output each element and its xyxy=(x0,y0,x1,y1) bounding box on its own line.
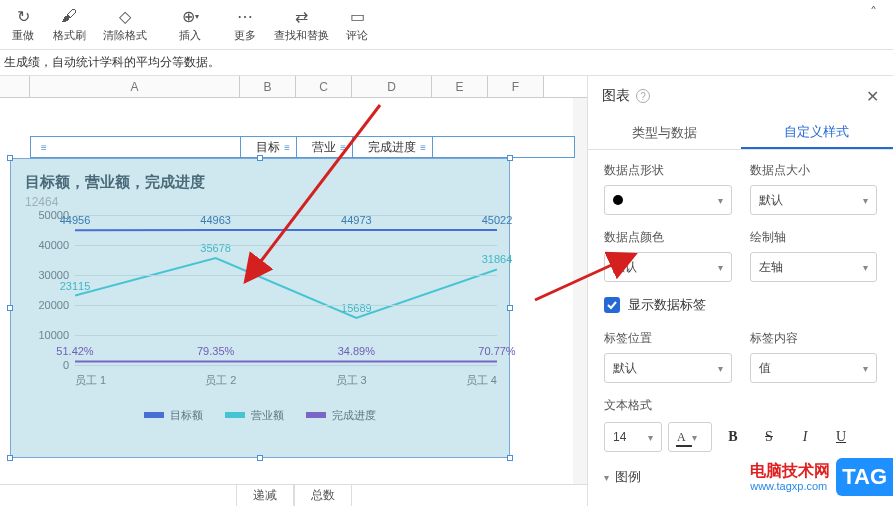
table-header-progress[interactable]: 完成进度≡ xyxy=(353,137,433,157)
gridline xyxy=(75,365,497,366)
chevron-up-icon: ˄ xyxy=(870,4,877,20)
filter-icon[interactable]: ≡ xyxy=(420,142,426,153)
strikethrough-button[interactable]: S xyxy=(754,422,784,452)
legend-label: 完成进度 xyxy=(332,408,376,423)
legend-item[interactable]: 目标额 xyxy=(144,408,203,423)
resize-handle[interactable] xyxy=(7,455,13,461)
color-bar xyxy=(676,445,692,447)
chevron-down-icon: ▾ xyxy=(863,262,868,273)
tab-custom-style[interactable]: 自定义样式 xyxy=(741,116,894,149)
col-A[interactable]: A xyxy=(30,76,240,97)
comment-icon: ▭ xyxy=(350,6,365,26)
x-tick: 员工 1 xyxy=(75,373,106,389)
find-replace-button[interactable]: ⇄查找和替换 xyxy=(268,4,334,45)
resize-handle[interactable] xyxy=(7,305,13,311)
chevron-down-icon: ▾ xyxy=(718,195,723,206)
insert-button[interactable]: ⊕▾插入 xyxy=(167,4,213,45)
label-axis: 绘制轴 xyxy=(750,229,878,246)
col-B[interactable]: B xyxy=(240,76,296,97)
col-F[interactable]: F xyxy=(488,76,544,97)
legend-item[interactable]: 完成进度 xyxy=(306,408,376,423)
select-point-size[interactable]: 默认▾ xyxy=(750,185,878,215)
dots-icon: ⋯ xyxy=(237,6,253,26)
chart-title[interactable]: 目标额，营业额，完成进度 xyxy=(25,173,205,192)
redo-icon: ↻ xyxy=(17,6,30,26)
filter-icon[interactable]: ≡ xyxy=(284,142,290,153)
watermark-line2: www.tagxp.com xyxy=(750,480,830,492)
collapse-ribbon-button[interactable]: ˄ xyxy=(853,4,893,20)
clear-format-label: 清除格式 xyxy=(103,28,147,43)
chevron-down-icon: ▾ xyxy=(718,363,723,374)
label-point-shape: 数据点形状 xyxy=(604,162,732,179)
col-E[interactable]: E xyxy=(432,76,488,97)
x-axis: 员工 1员工 2员工 3员工 4 xyxy=(75,373,497,389)
italic-button[interactable]: I xyxy=(790,422,820,452)
brush-icon: 🖌 xyxy=(61,6,77,26)
chart-subtitle[interactable]: 12464 xyxy=(25,195,58,209)
underline-button[interactable]: U xyxy=(826,422,856,452)
watermark: 电脑技术网 www.tagxp.com TAG xyxy=(750,458,893,496)
legend-item[interactable]: 营业额 xyxy=(225,408,284,423)
select-point-shape[interactable]: ▾ xyxy=(604,185,732,215)
select-label-content[interactable]: 值▾ xyxy=(750,353,878,383)
select-label-pos[interactable]: 默认▾ xyxy=(604,353,732,383)
chart-side-panel: 图表 ? ✕ 类型与数据 自定义样式 数据点形状 ▾ 数据点大小 默认▾ 数据点 xyxy=(587,76,893,506)
resize-handle[interactable] xyxy=(7,155,13,161)
sheet-tab-desc[interactable]: 递减 xyxy=(236,485,294,506)
redo-button[interactable]: ↻重做 xyxy=(0,4,46,45)
resize-handle[interactable] xyxy=(507,455,513,461)
resize-handle[interactable] xyxy=(257,455,263,461)
clear-format-button[interactable]: ◇清除格式 xyxy=(92,4,158,45)
select-value: 默认 xyxy=(613,259,637,276)
select-all-corner[interactable] xyxy=(0,76,30,97)
check-icon xyxy=(607,300,617,310)
x-tick: 员工 3 xyxy=(336,373,367,389)
plot-area: 01000020000300004000050000 4495644963449… xyxy=(25,215,497,365)
resize-handle[interactable] xyxy=(257,155,263,161)
sheet-tabs: 递减 总数 xyxy=(0,484,587,506)
legend-swatch xyxy=(306,412,326,418)
gridline xyxy=(75,245,497,246)
vertical-scrollbar[interactable] xyxy=(573,98,587,484)
x-tick: 员工 2 xyxy=(205,373,236,389)
select-font-color[interactable]: A▾ xyxy=(668,422,712,452)
chevron-down-icon: ▾ xyxy=(648,432,653,443)
embedded-chart[interactable]: 目标额，营业额，完成进度 12464 010000200003000040000… xyxy=(10,158,510,458)
col-C[interactable]: C xyxy=(296,76,352,97)
help-icon[interactable]: ? xyxy=(636,89,650,103)
section-legend-label: 图例 xyxy=(615,468,641,486)
gridline xyxy=(75,305,497,306)
table-header-extra[interactable] xyxy=(433,137,574,157)
more-button[interactable]: ⋯更多 xyxy=(222,4,268,45)
bold-button[interactable]: B xyxy=(718,422,748,452)
y-axis: 01000020000300004000050000 xyxy=(25,215,69,365)
table-header-blank[interactable]: ≡ xyxy=(31,137,241,157)
tab-type-data[interactable]: 类型与数据 xyxy=(588,116,741,149)
checkbox-show-data-labels[interactable] xyxy=(604,297,620,313)
table-header-revenue[interactable]: 营业≡ xyxy=(297,137,353,157)
y-tick: 50000 xyxy=(25,209,69,221)
close-panel-button[interactable]: ✕ xyxy=(866,87,879,106)
chevron-down-icon: ▾ xyxy=(692,432,697,443)
comments-button[interactable]: ▭评论 xyxy=(334,4,380,45)
sheet-tab-total[interactable]: 总数 xyxy=(294,485,352,506)
table-header-revenue-label: 营业 xyxy=(312,139,336,156)
filter-icon[interactable]: ≡ xyxy=(41,142,47,153)
select-value: 默认 xyxy=(613,360,637,377)
spreadsheet-area[interactable]: A B C D E F ≡ 目标≡ 营业≡ 完成进度≡ 目标额，营业额，完成进度… xyxy=(0,76,587,506)
table-header-progress-label: 完成进度 xyxy=(368,139,416,156)
legend-swatch xyxy=(144,412,164,418)
legend-swatch xyxy=(225,412,245,418)
format-painter-button[interactable]: 🖌格式刷 xyxy=(46,4,92,45)
col-D[interactable]: D xyxy=(352,76,432,97)
gridline xyxy=(75,215,497,216)
select-axis[interactable]: 左轴▾ xyxy=(750,252,878,282)
panel-title: 图表 xyxy=(602,87,630,105)
resize-handle[interactable] xyxy=(507,155,513,161)
table-header-target[interactable]: 目标≡ xyxy=(241,137,297,157)
watermark-line1: 电脑技术网 xyxy=(750,462,830,480)
resize-handle[interactable] xyxy=(507,305,513,311)
select-font-size[interactable]: 14▾ xyxy=(604,422,662,452)
select-point-color[interactable]: 默认▾ xyxy=(604,252,732,282)
filter-icon[interactable]: ≡ xyxy=(340,142,346,153)
